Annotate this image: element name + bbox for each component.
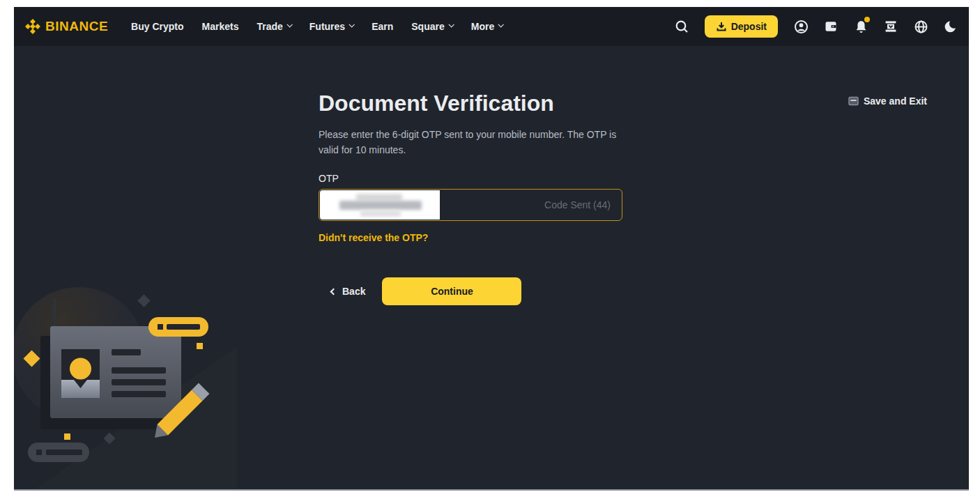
otp-field-label: OTP [319, 173, 636, 184]
app-download-icon[interactable] [880, 15, 902, 38]
brand-name: BINANCE [45, 19, 108, 34]
gray-capsule-tag [28, 443, 89, 462]
gray-diamond-top [137, 294, 150, 307]
notification-bell-icon[interactable] [850, 15, 872, 38]
chevron-down-icon [286, 22, 292, 27]
chevron-down-icon [448, 22, 454, 27]
main-menu: Buy Crypto Markets Trade Futures Earn Sq… [122, 7, 512, 46]
small-yellow-square-bottom [64, 433, 70, 440]
nav-item-markets[interactable]: Markets [193, 7, 248, 46]
globe-icon[interactable] [910, 15, 932, 38]
navbar-right-tools: Deposit [671, 15, 962, 38]
chevron-left-icon [330, 288, 337, 295]
nav-item-futures[interactable]: Futures [300, 7, 362, 46]
search-icon[interactable] [671, 15, 693, 38]
binance-diamond-icon [25, 19, 40, 34]
top-navbar: BINANCE Buy Crypto Markets Trade Futures… [14, 7, 969, 46]
binance-verification-page: BINANCE Buy Crypto Markets Trade Futures… [14, 7, 969, 491]
form-actions: Back Continue [319, 277, 636, 305]
otp-field: Code Sent (44) [319, 189, 622, 221]
deposit-button[interactable]: Deposit [705, 15, 778, 38]
small-yellow-square [197, 343, 203, 349]
id-photo-head [70, 358, 91, 380]
page-bottom-border [14, 489, 969, 491]
notification-dot [864, 17, 870, 22]
chevron-down-icon [349, 22, 355, 27]
deposit-download-icon [716, 21, 727, 32]
otp-redacted-value [320, 190, 440, 220]
resend-otp-link[interactable]: Didn't receive the OTP? [319, 232, 428, 243]
chevron-down-icon [498, 22, 504, 27]
yellow-capsule-tag [148, 317, 208, 337]
save-and-exit-icon [848, 96, 859, 106]
back-button[interactable]: Back [331, 286, 365, 297]
nav-item-trade[interactable]: Trade [247, 7, 300, 46]
otp-instructions: Please enter the 6-digit OTP sent to you… [319, 127, 634, 158]
continue-button[interactable]: Continue [382, 277, 521, 305]
user-icon[interactable] [790, 15, 812, 38]
nav-item-earn[interactable]: Earn [362, 7, 402, 46]
code-sent-countdown: Code Sent (44) [544, 199, 611, 210]
document-verification-illustration [14, 266, 237, 489]
nav-item-buy-crypto[interactable]: Buy Crypto [122, 7, 192, 46]
moon-icon[interactable] [940, 15, 962, 38]
save-and-exit-button[interactable]: Save and Exit [848, 95, 927, 107]
nav-item-more[interactable]: More [462, 7, 512, 46]
binance-logo[interactable]: BINANCE [20, 19, 114, 34]
nav-item-square[interactable]: Square [402, 7, 461, 46]
wallet-icon[interactable] [820, 15, 842, 38]
page-title: Document Verification [319, 91, 636, 116]
verification-form: Document Verification Please enter the 6… [319, 91, 636, 305]
